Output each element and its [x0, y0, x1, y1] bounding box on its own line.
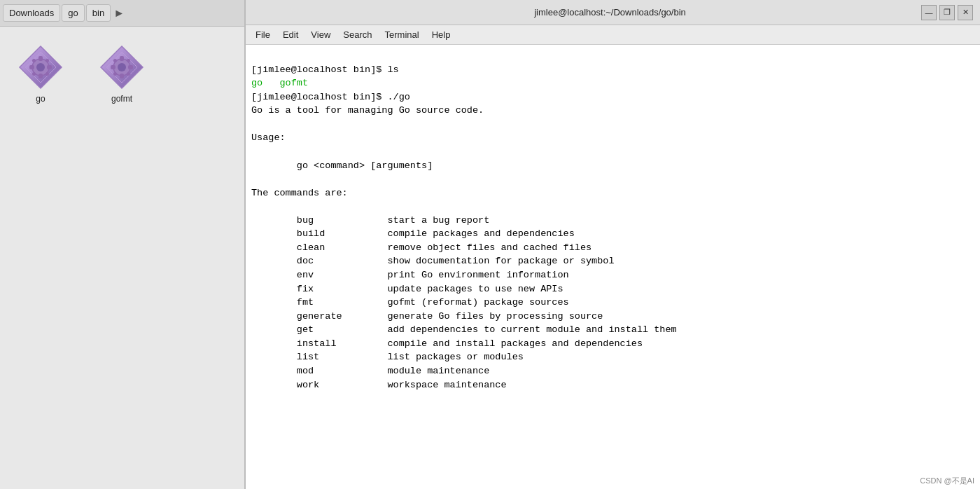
- svg-rect-6: [29, 65, 34, 69]
- terminal-title: jimlee@localhost:~/Downloads/go/bin: [299, 7, 921, 18]
- svg-point-3: [36, 63, 45, 71]
- svg-rect-17: [120, 74, 124, 78]
- menu-file[interactable]: File: [250, 27, 276, 42]
- file-icon-go[interactable]: go: [14, 41, 67, 108]
- breadcrumb-bin[interactable]: bin: [86, 4, 111, 22]
- breadcrumb-downloads[interactable]: Downloads: [3, 4, 60, 22]
- restore-button[interactable]: ❐: [939, 5, 955, 20]
- menu-help[interactable]: Help: [426, 27, 456, 42]
- breadcrumb-bar: Downloads go bin ►: [0, 0, 244, 27]
- menu-terminal[interactable]: Terminal: [379, 27, 425, 42]
- terminal-menubar: File Edit View Search Terminal Help: [246, 25, 980, 45]
- breadcrumb-arrow: ►: [112, 7, 126, 20]
- svg-point-15: [118, 63, 126, 71]
- menu-view[interactable]: View: [305, 27, 336, 42]
- terminal-body[interactable]: [jimlee@localhost bin]$ ls go gofmt [jim…: [246, 45, 980, 489]
- breadcrumb-go[interactable]: go: [62, 4, 84, 22]
- svg-rect-19: [128, 65, 133, 69]
- file-area: go: [0, 27, 244, 489]
- watermark: CSDN @不是AI: [920, 476, 974, 486]
- svg-rect-16: [120, 56, 124, 61]
- go-icon: [18, 45, 63, 90]
- menu-search[interactable]: Search: [337, 27, 377, 42]
- terminal-line-run-prompt: [jimlee@localhost bin]$ ./go Go is a too…: [251, 92, 677, 390]
- svg-rect-18: [111, 65, 115, 69]
- terminal-line-ls-go: go gofmt: [251, 78, 308, 88]
- svg-rect-7: [47, 65, 52, 69]
- svg-rect-5: [38, 74, 43, 78]
- minimize-button[interactable]: —: [921, 5, 937, 20]
- file-icon-gofmt-label: gofmt: [111, 94, 132, 104]
- svg-rect-4: [38, 56, 43, 61]
- terminal-titlebar: jimlee@localhost:~/Downloads/go/bin — ❐ …: [246, 0, 980, 25]
- file-icon-go-label: go: [36, 94, 45, 104]
- file-icon-gofmt[interactable]: gofmt: [95, 41, 148, 108]
- gofmt-icon: [99, 45, 144, 90]
- close-button[interactable]: ✕: [958, 5, 973, 20]
- menu-edit[interactable]: Edit: [277, 27, 304, 42]
- terminal-window: jimlee@localhost:~/Downloads/go/bin — ❐ …: [245, 0, 980, 489]
- terminal-line-ls-prompt: [jimlee@localhost bin]$ ls: [251, 64, 399, 75]
- window-controls: — ❐ ✕: [921, 5, 973, 20]
- file-manager: Downloads go bin ►: [0, 0, 245, 489]
